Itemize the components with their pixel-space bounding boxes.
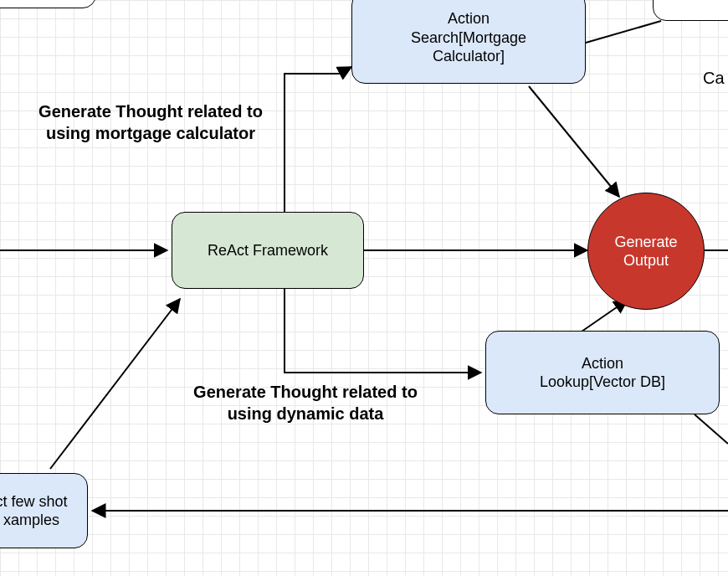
svg-line-4 — [529, 86, 619, 197]
action-lookup-line1: Action — [540, 354, 665, 373]
label-thought-dynamic-line1: Generate Thought related to — [172, 381, 439, 403]
action-search-line2: Search[Mortgage — [411, 28, 526, 48]
action-search-line1: Action — [411, 9, 526, 28]
svg-line-7 — [695, 414, 728, 444]
diagram-canvas: Ca Action Search[Mortgage Calculator] Re… — [0, 0, 728, 576]
label-thought-mortgage-line1: Generate Thought related to — [17, 100, 285, 122]
few-shot-line1: ct few shot — [0, 492, 68, 512]
label-thought-mortgage: Generate Thought related to using mortga… — [17, 100, 285, 144]
svg-line-3 — [339, 67, 351, 74]
action-lookup-line2: Lookup[Vector DB] — [540, 373, 665, 392]
label-thought-mortgage-line2: using mortgage calculator — [17, 122, 285, 144]
node-partial-top-left — [0, 0, 96, 8]
label-thought-dynamic-line2: using dynamic data — [172, 403, 439, 424]
action-search-line3: Calculator] — [411, 47, 526, 66]
node-react-framework: ReAct Framework — [172, 212, 364, 289]
svg-line-8 — [50, 299, 180, 469]
node-action-search: Action Search[Mortgage Calculator] — [351, 0, 586, 84]
few-shot-line2: xamples — [0, 511, 68, 530]
label-thought-dynamic: Generate Thought related to using dynami… — [172, 381, 439, 424]
node-partial-top-right — [653, 0, 728, 21]
svg-line-6 — [582, 300, 628, 332]
react-framework-label: ReAct Framework — [208, 241, 328, 260]
node-few-shot: ct few shot xamples — [0, 473, 88, 548]
label-partial-ca: Ca — [703, 67, 725, 89]
generate-output-line2: Output — [614, 251, 677, 270]
generate-output-line1: Generate — [614, 233, 677, 252]
node-action-lookup: Action Lookup[Vector DB] — [485, 331, 720, 414]
svg-line-5 — [586, 21, 661, 43]
node-generate-output: Generate Output — [587, 193, 705, 310]
